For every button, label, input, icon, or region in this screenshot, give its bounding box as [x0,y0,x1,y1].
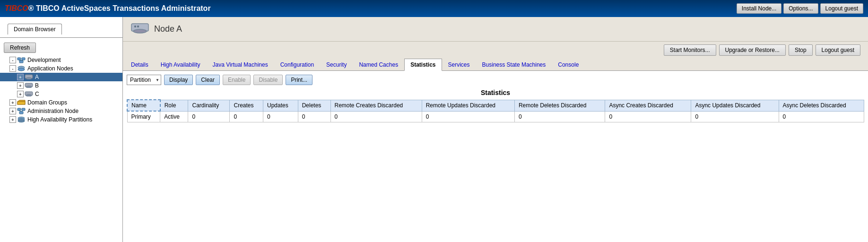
print-button[interactable]: Print... [286,75,312,85]
expand-node-a[interactable]: + [17,74,24,80]
tree-label-node-c: C [35,91,39,97]
app-title-text: TIBCO ActiveSpaces Transactions Administ… [36,4,211,12]
tree-label-admin-node: Administration Node [27,108,78,114]
header-buttons: Install Node... Options... Logout guest [737,3,863,14]
disable-button: Disable [253,75,283,85]
domain-browser-tab[interactable]: Domain Browser [8,24,62,35]
svg-point-7 [18,68,25,71]
admin-node-icon [17,108,26,114]
options-button[interactable]: Options... [783,3,818,14]
install-node-button[interactable]: Install Node... [737,3,781,14]
partition-select[interactable]: Partition [127,75,161,85]
col-header-name: Name [127,100,160,111]
expand-ha-partitions[interactable]: + [9,116,16,123]
tree-label-node-a: A [35,74,39,80]
col-header-role: Role [160,100,188,111]
tree-item-node-c[interactable]: + C [0,90,122,98]
display-button[interactable]: Display [164,75,193,85]
col-header-async-deletes: Async Deletes Discarded [779,100,864,111]
tree-item-node-a[interactable]: + A [0,73,122,81]
tree-item-node-b[interactable]: + B [0,81,122,90]
clear-button[interactable]: Clear [196,75,220,85]
spacer [2,57,9,63]
col-header-remote-updates: Remote Updates Discarded [422,100,514,111]
domain-groups-icon [17,99,26,106]
cell-remote-deletes: 0 [514,111,605,122]
sidebar-content: Refresh - Development [0,37,122,239]
cell-remote-updates: 0 [422,111,514,122]
cell-async-creates: 0 [605,111,691,122]
app-nodes-icon [17,65,26,72]
svg-rect-15 [17,108,21,111]
start-monitors-button[interactable]: Start Monitors... [664,44,716,56]
partition-select-wrapper[interactable]: Partition [127,75,161,85]
node-a-icon [25,74,33,80]
expand-node-b[interactable]: + [17,82,24,89]
app-title: ​TIBCO® TIBCO ActiveSpaces Transactions … [5,4,211,13]
content-area: Node A Start Monitors... Upgrade or Rest… [123,17,868,242]
svg-rect-0 [17,58,21,60]
tree-item-domain-groups[interactable]: + Domain Groups [0,98,122,107]
tree-item-development[interactable]: - Development [0,56,122,64]
svg-rect-28 [137,26,139,27]
svg-rect-27 [134,26,136,27]
node-c-icon [25,91,33,97]
header-bar: ​TIBCO® TIBCO ActiveSpaces Transactions … [0,0,868,17]
tab-named-caches[interactable]: Named Caches [353,59,404,70]
cell-async-updates: 0 [691,111,779,122]
statistics-panel: Partition Display Clear Enable Disable P… [123,71,868,242]
statistics-title: Statistics [127,89,864,96]
statistics-table: Name Role Cardinality Creates Updates De… [127,99,864,122]
expand-admin-node[interactable]: + [9,108,16,114]
tab-statistics[interactable]: Statistics [404,59,442,71]
action-buttons-row: Start Monitors... Upgrade or Restore... … [123,42,868,59]
tab-security[interactable]: Security [320,59,353,70]
svg-point-24 [18,120,25,122]
node-header: Node A [123,17,868,42]
tabs-bar: Details High Availability Java Virtual M… [123,59,868,71]
col-header-deletes: Deletes [298,100,330,111]
tree-label-domain-groups: Domain Groups [27,99,67,106]
tab-console[interactable]: Console [552,59,585,70]
svg-line-3 [19,60,21,60]
expand-development[interactable]: - [9,57,16,63]
svg-point-9 [26,78,32,79]
cell-async-deletes: 0 [779,111,864,122]
tree-label-node-b: B [35,82,39,89]
logout-node-button[interactable]: Logout guest [816,44,860,56]
col-header-creates: Creates [230,100,263,111]
col-header-remote-deletes: Remote Deletes Discarded [514,100,605,111]
svg-point-26 [133,29,147,33]
tab-high-availability[interactable]: High Availability [155,59,207,70]
tab-bsm[interactable]: Business State Machines [476,59,552,70]
tab-jvm[interactable]: Java Virtual Machines [207,59,274,70]
enable-button: Enable [223,75,251,85]
cell-updates: 0 [263,111,298,122]
tab-details[interactable]: Details [125,59,155,70]
refresh-button[interactable]: Refresh [4,43,36,53]
svg-point-13 [26,95,32,96]
main-layout: Domain Browser Refresh - Devel [0,17,868,242]
sidebar: Domain Browser Refresh - Devel [0,17,123,242]
tree-item-ha-partitions[interactable]: + High Availability Partitions [0,115,122,124]
table-row: Primary Active 0 0 0 0 0 0 0 0 0 0 [127,111,864,122]
cluster-icon [17,57,26,63]
tree-item-admin-node[interactable]: + Administration Node [0,107,122,115]
tree-label-ha-partitions: High Availability Partitions [27,116,92,123]
stats-toolbar: Partition Display Clear Enable Disable P… [127,75,864,85]
svg-rect-2 [19,60,23,63]
upgrade-restore-button[interactable]: Upgrade or Restore... [719,44,786,56]
expand-application-nodes[interactable]: - [9,65,16,72]
tab-configuration[interactable]: Configuration [274,59,320,70]
expand-node-c[interactable]: + [17,91,24,97]
tab-services[interactable]: Services [442,59,476,70]
svg-point-11 [26,86,32,88]
logout-header-button[interactable]: Logout guest [820,3,863,14]
stop-button[interactable]: Stop [789,44,813,56]
svg-rect-14 [17,102,25,104]
expand-domain-groups[interactable]: + [9,99,16,106]
tree-item-application-nodes[interactable]: - Application Nodes [0,64,122,73]
cell-name: Primary [127,111,160,122]
node-header-icon [130,22,149,36]
svg-rect-17 [19,112,23,114]
